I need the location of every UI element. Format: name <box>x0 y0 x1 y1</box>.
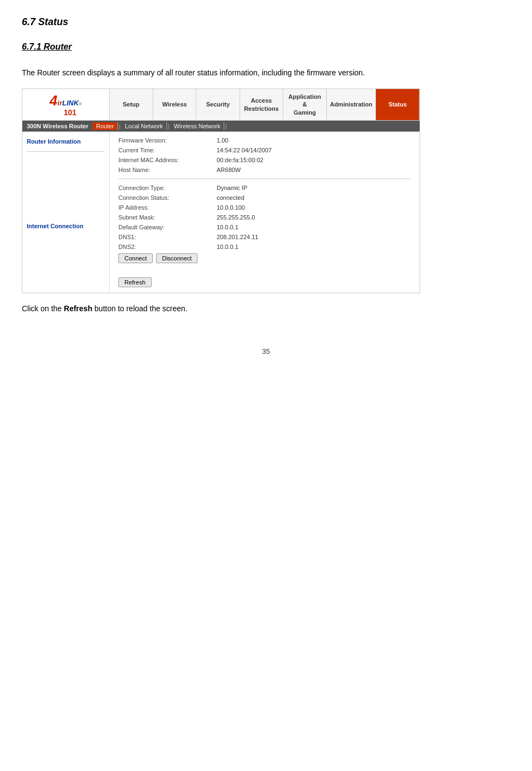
bottom-note-suffix: button to reload the screen. <box>92 304 187 313</box>
content-area: Router Information Internet Connection F… <box>22 132 420 293</box>
subnav-wireless-network[interactable]: Wireless Network <box>170 122 224 130</box>
conn-type-label: Connection Type: <box>118 185 217 191</box>
router-screenshot: 4 ir LINK ® 101 Setup Wireless Security … <box>22 88 420 293</box>
current-time-value: 14:54:22 04/14/2007 <box>217 147 272 153</box>
nav-tabs: Setup Wireless Security AccessRestrictio… <box>110 89 420 120</box>
field-conn-status: Connection Status: connected <box>118 194 411 201</box>
dns2-value: 10.0.0.1 <box>217 244 238 250</box>
field-host-name: Host Name: AR680W <box>118 167 411 173</box>
conn-status-value: connected <box>217 194 244 201</box>
subnav-router[interactable]: Router <box>93 122 118 130</box>
host-name-value: AR680W <box>217 167 241 173</box>
field-default-gateway: Default Gateway: 10.0.0.1 <box>118 224 411 230</box>
disconnect-button[interactable]: Disconnect <box>156 253 198 263</box>
section-title: 6.7 Status <box>22 16 510 28</box>
logo-area: 4 ir LINK ® 101 <box>22 89 110 120</box>
logo-registered: ® <box>79 102 82 106</box>
bottom-note-bold: Refresh <box>64 304 92 313</box>
connect-button[interactable]: Connect <box>118 253 153 263</box>
field-ip-address: IP Address: 10.0.0.100 <box>118 204 411 211</box>
refresh-row: Refresh <box>118 277 411 287</box>
router-info-fields: Firmware Version: 1.00 Current Time: 14:… <box>118 137 411 173</box>
current-time-label: Current Time: <box>118 147 217 153</box>
field-firmware: Firmware Version: 1.00 <box>118 137 411 144</box>
mac-label: Internet MAC Address: <box>118 157 217 163</box>
default-gateway-value: 10.0.0.1 <box>217 224 238 230</box>
conn-buttons-row: Connect Disconnect <box>118 253 411 263</box>
dns2-label: DNS2: <box>118 244 217 250</box>
ip-address-value: 10.0.0.100 <box>217 204 245 211</box>
subsection-title: 6.7.1 Router <box>22 42 510 52</box>
tab-application-gaming[interactable]: Application &Gaming <box>283 89 327 120</box>
logo-a: 4 <box>50 92 57 109</box>
sidebar-router-info: Router Information <box>27 138 105 145</box>
sidebar-internet-conn: Internet Connection <box>27 223 105 229</box>
logo-air: ir <box>57 99 62 107</box>
sub-nav: 300N Wireless Router Router | Local Netw… <box>22 121 420 132</box>
sidebar: Router Information Internet Connection <box>22 132 110 293</box>
bottom-note: Click on the Refresh button to reload th… <box>22 303 510 315</box>
bottom-note-prefix: Click on the <box>22 304 64 313</box>
firmware-value: 1.00 <box>217 137 228 144</box>
router-label: 300N Wireless Router <box>27 123 88 129</box>
default-gateway-label: Default Gateway: <box>118 224 217 230</box>
tab-security[interactable]: Security <box>196 89 240 120</box>
field-mac-address: Internet MAC Address: 00:de:fa:15:00:02 <box>118 157 411 163</box>
nav-bar: 4 ir LINK ® 101 Setup Wireless Security … <box>22 89 420 121</box>
ip-address-label: IP Address: <box>118 204 217 211</box>
dns1-label: DNS1: <box>118 234 217 240</box>
tab-status[interactable]: Status <box>376 89 420 120</box>
tab-setup[interactable]: Setup <box>110 89 153 120</box>
mac-value: 00:de:fa:15:00:02 <box>217 157 264 163</box>
conn-type-value: Dynamic IP <box>217 185 247 191</box>
subnav-local-network[interactable]: Local Network <box>122 122 167 130</box>
subnet-mask-label: Subnet Mask: <box>118 214 217 221</box>
field-subnet-mask: Subnet Mask: 255.255.255.0 <box>118 214 411 221</box>
field-conn-type: Connection Type: Dynamic IP <box>118 185 411 191</box>
field-dns2: DNS2: 10.0.0.1 <box>118 244 411 250</box>
field-current-time: Current Time: 14:54:22 04/14/2007 <box>118 147 411 153</box>
internet-conn-fields: Connection Type: Dynamic IP Connection S… <box>118 185 411 263</box>
firmware-label: Firmware Version: <box>118 137 217 144</box>
conn-status-label: Connection Status: <box>118 194 217 201</box>
tab-wireless[interactable]: Wireless <box>153 89 197 120</box>
host-name-label: Host Name: <box>118 167 217 173</box>
dns1-value: 208.201.224.11 <box>217 234 258 240</box>
logo-number: 101 <box>64 108 76 117</box>
subnet-mask-value: 255.255.255.0 <box>217 214 255 221</box>
tab-administration[interactable]: Administration <box>327 89 376 120</box>
main-content: Firmware Version: 1.00 Current Time: 14:… <box>110 132 420 293</box>
tab-access-restrictions[interactable]: AccessRestrictions <box>240 89 284 120</box>
logo-link: LINK <box>62 99 79 107</box>
page-number: 35 <box>22 347 510 355</box>
section-description: The Router screen displays a summary of … <box>22 67 510 79</box>
refresh-button[interactable]: Refresh <box>118 277 152 287</box>
field-dns1: DNS1: 208.201.224.11 <box>118 234 411 240</box>
